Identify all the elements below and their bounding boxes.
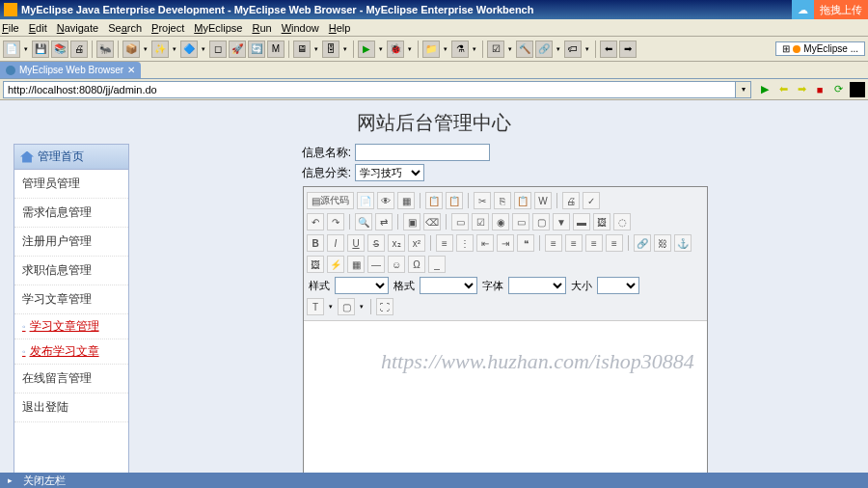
unlink-icon[interactable]: ⛓ xyxy=(654,234,671,252)
close-tab-icon[interactable]: ✕ xyxy=(127,65,135,75)
right-icon[interactable]: ≡ xyxy=(585,234,603,252)
debug-icon[interactable]: 🐞 xyxy=(387,41,404,58)
selectall-icon[interactable]: ▣ xyxy=(403,213,420,230)
pagebreak-icon[interactable]: ⎯ xyxy=(428,256,446,273)
menu-myeclipse[interactable]: MyEclipse xyxy=(194,22,242,34)
module-icon[interactable]: ◻ xyxy=(209,41,227,58)
server-icon[interactable]: 🖥 xyxy=(293,41,311,58)
removeformat-icon[interactable]: ⌫ xyxy=(423,213,441,230)
print-icon[interactable]: 🖨 xyxy=(562,192,580,209)
ul-icon[interactable]: ⋮ xyxy=(456,234,474,252)
category-select[interactable]: 学习技巧 xyxy=(355,164,424,181)
outdent-icon[interactable]: ⇤ xyxy=(476,234,494,252)
maximize-icon[interactable] xyxy=(850,82,865,97)
cloud-button[interactable]: ☁ xyxy=(792,0,814,19)
new-icon[interactable]: 📄 xyxy=(3,41,20,58)
package-icon[interactable]: 📦 xyxy=(122,41,140,58)
replace-icon[interactable]: ⇄ xyxy=(375,213,393,230)
table-icon[interactable]: ▦ xyxy=(347,256,365,273)
button-icon[interactable]: ▬ xyxy=(573,213,590,230)
imagebutton-icon[interactable]: 🖼 xyxy=(593,213,610,230)
sidebar-item-study-manage[interactable]: ◦学习文章管理 xyxy=(14,314,128,339)
browser-forward-icon[interactable]: ➡ xyxy=(794,82,809,97)
print-icon[interactable]: 🖨 xyxy=(70,41,88,58)
image-icon[interactable]: 🖼 xyxy=(307,256,324,273)
paste2-icon[interactable]: 📋 xyxy=(514,192,531,209)
menu-search[interactable]: Search xyxy=(108,22,142,34)
sidebar-header[interactable]: 管理首页 xyxy=(14,145,128,170)
folder-icon[interactable]: 📁 xyxy=(422,41,440,58)
bold-icon[interactable]: B xyxy=(307,234,324,252)
size-select[interactable] xyxy=(597,277,639,294)
go-icon[interactable]: ▶ xyxy=(757,82,773,97)
refresh-icon[interactable]: 🔄 xyxy=(248,41,265,58)
deploy-icon[interactable]: 🚀 xyxy=(229,41,246,58)
sidebar-item-logout[interactable]: 退出登陆 xyxy=(14,393,128,422)
menu-run[interactable]: Run xyxy=(252,22,271,34)
forward-icon[interactable]: ➡ xyxy=(619,41,637,58)
name-input[interactable] xyxy=(355,144,490,161)
radio-icon[interactable]: ◉ xyxy=(492,213,509,230)
find-icon[interactable]: 🔍 xyxy=(355,213,372,230)
cut-icon[interactable]: ✂ xyxy=(474,192,491,209)
stop-icon[interactable]: ■ xyxy=(812,82,827,97)
task-icon[interactable]: ☑ xyxy=(487,41,504,58)
menu-file[interactable]: File xyxy=(2,22,19,34)
textarea-icon[interactable]: ▢ xyxy=(532,213,550,230)
textcolor-icon[interactable]: T xyxy=(307,298,324,315)
flash-icon[interactable]: ⚡ xyxy=(327,256,344,273)
hidden-icon[interactable]: ◌ xyxy=(613,213,631,230)
menu-help[interactable]: Help xyxy=(329,22,351,34)
sidebar-item-admin[interactable]: 管理员管理 xyxy=(14,170,128,199)
copy-icon[interactable]: ⎘ xyxy=(494,192,511,209)
sidebar-item-jobs[interactable]: 求职信息管理 xyxy=(14,257,128,285)
sub-icon[interactable]: x₂ xyxy=(388,234,405,252)
build-icon[interactable]: 🔨 xyxy=(516,41,533,58)
bgcolor-icon[interactable]: ▢ xyxy=(338,298,355,315)
source-button[interactable]: ▤ 源代码 xyxy=(307,192,354,209)
checkbox-icon[interactable]: ☑ xyxy=(472,213,489,230)
db-icon[interactable]: 🗄 xyxy=(322,41,339,58)
url-input[interactable] xyxy=(3,81,736,98)
menu-navigate[interactable]: Navigate xyxy=(57,22,98,34)
sidebar-item-users[interactable]: 注册用户管理 xyxy=(14,228,128,257)
anchor-icon[interactable]: ⚓ xyxy=(674,234,692,252)
specialchar-icon[interactable]: Ω xyxy=(408,256,425,273)
indent-icon[interactable]: ⇥ xyxy=(497,234,514,252)
wizard-icon[interactable]: ✨ xyxy=(151,41,169,58)
strike-icon[interactable]: S̶ xyxy=(367,234,385,252)
link-icon[interactable]: 🔗 xyxy=(634,234,651,252)
browser-back-icon[interactable]: ⬅ xyxy=(775,82,791,97)
quote-icon[interactable]: ❝ xyxy=(517,234,534,252)
newpage-icon[interactable]: 📄 xyxy=(357,192,374,209)
hr-icon[interactable]: — xyxy=(367,256,385,273)
tag-icon[interactable]: 🏷 xyxy=(564,41,582,58)
justify-icon[interactable]: ≡ xyxy=(606,234,623,252)
ol-icon[interactable]: ≡ xyxy=(436,234,453,252)
paste-text-icon[interactable]: 📋 xyxy=(446,192,463,209)
format-select[interactable] xyxy=(420,277,477,294)
sidebar-item-messages[interactable]: 在线留言管理 xyxy=(14,365,128,393)
undo-icon[interactable]: ↶ xyxy=(307,213,324,230)
save-all-icon[interactable]: 📚 xyxy=(51,41,68,58)
type-icon[interactable]: 🔷 xyxy=(180,41,198,58)
style-select[interactable] xyxy=(335,277,389,294)
memory-icon[interactable]: M xyxy=(267,41,285,58)
spell-icon[interactable]: ✓ xyxy=(583,192,600,209)
perspective-button[interactable]: ⊞ MyEclipse ... xyxy=(775,41,865,56)
ant-icon[interactable]: 🐜 xyxy=(96,41,114,58)
filter-icon[interactable]: ⚗ xyxy=(451,41,469,58)
sidebar-item-study[interactable]: 学习文章管理 xyxy=(14,285,128,314)
left-icon[interactable]: ≡ xyxy=(545,234,562,252)
link-icon[interactable]: 🔗 xyxy=(535,41,553,58)
textfield-icon[interactable]: ▭ xyxy=(512,213,529,230)
footer-bar[interactable]: ▸ 关闭左栏 xyxy=(0,473,868,488)
paste-word-icon[interactable]: W xyxy=(534,192,552,209)
upload-button[interactable]: 拖拽上传 xyxy=(814,0,868,19)
preview-icon[interactable]: 👁 xyxy=(377,192,394,209)
run-icon[interactable]: ▶ xyxy=(358,41,375,58)
back-icon[interactable]: ⬅ xyxy=(600,41,617,58)
select-icon[interactable]: ▼ xyxy=(553,213,570,230)
font-select[interactable] xyxy=(508,277,566,294)
center-icon[interactable]: ≡ xyxy=(565,234,583,252)
